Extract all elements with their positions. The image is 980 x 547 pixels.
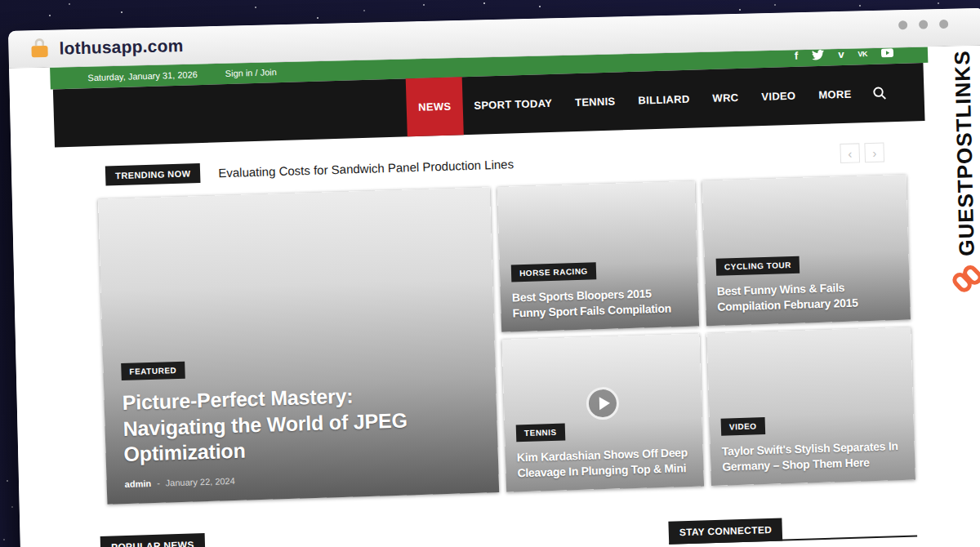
category-badge-tennis[interactable]: TENNIS	[516, 424, 565, 442]
guestpostlinks-watermark: GUESTPOSTLINKS	[949, 50, 979, 256]
vimeo-icon[interactable]: v	[838, 48, 844, 60]
article-author[interactable]: admin	[125, 478, 152, 489]
address-bar-url[interactable]: lothusapp.com	[59, 27, 184, 67]
article-title[interactable]: Taylor Swift's Stylish Separates In Germ…	[722, 438, 901, 474]
article-card[interactable]: CYCLING TOUR Best Funny Wins & Fails Com…	[702, 175, 911, 327]
trending-now-badge: TRENDING NOW	[105, 163, 201, 186]
featured-grid: FEATURED Picture-Perfect Mastery: Naviga…	[98, 175, 915, 505]
social-links: f v VK	[795, 47, 893, 62]
window-controls[interactable]	[898, 20, 948, 29]
nav-item-more[interactable]: MORE	[806, 64, 863, 124]
popular-news-badge: POPULAR NEWS	[100, 533, 205, 547]
nav-item-tennis[interactable]: TENNIS	[563, 72, 628, 131]
play-icon[interactable]	[586, 387, 619, 420]
category-badge-featured[interactable]: FEATURED	[121, 361, 185, 380]
lower-sections: POPULAR NEWS STAY CONNECTED	[109, 514, 918, 547]
nav-item-wrc[interactable]: WRC	[700, 68, 751, 127]
twitter-icon[interactable]	[812, 49, 824, 60]
mockup-stage: lothusapp.com Saturday, January 31, 2026…	[0, 0, 980, 547]
video-article-card[interactable]: TENNIS Kim Kardashian Shows Off Deep Cle…	[501, 333, 704, 491]
chevron-right-icon[interactable]: ›	[864, 142, 884, 162]
youtube-icon[interactable]	[881, 47, 893, 59]
article-date: January 22, 2024	[166, 476, 235, 488]
vk-icon[interactable]: VK	[858, 48, 867, 60]
article-card[interactable]: VIDEO Taylor Swift's Stylish Separates I…	[706, 327, 915, 487]
article-card[interactable]: HORSE RACING Best Sports Bloopers 2015 F…	[497, 181, 699, 332]
content-container: TRENDING NOW Evaluating Costs for Sandwi…	[97, 142, 918, 547]
search-icon[interactable]	[862, 64, 890, 122]
trending-pager: ‹ ›	[840, 142, 884, 163]
nav-item-video[interactable]: VIDEO	[749, 66, 808, 126]
trending-headline[interactable]: Evaluating Costs for Sandwich Panel Prod…	[218, 157, 514, 180]
category-badge-video[interactable]: VIDEO	[721, 417, 765, 436]
window-control-dot[interactable]	[898, 20, 907, 29]
window-control-dot[interactable]	[919, 20, 928, 29]
category-badge-horse-racing[interactable]: HORSE RACING	[511, 262, 596, 282]
signin-link[interactable]: Sign in / Join	[225, 67, 277, 78]
nav-item-sport-today[interactable]: SPORT TODAY	[461, 73, 564, 135]
article-meta: admin - January 22, 2024	[125, 468, 499, 489]
nav-item-billiard[interactable]: BILLIARD	[626, 69, 702, 130]
nav-item-news[interactable]: NEWS	[406, 77, 463, 136]
category-badge-cycling-tour[interactable]: CYCLING TOUR	[716, 256, 800, 276]
window-control-dot[interactable]	[939, 20, 948, 29]
article-title[interactable]: Picture-Perfect Mastery: Navigating the …	[122, 380, 444, 468]
chain-link-icon	[951, 262, 980, 299]
site-viewport: Saturday, January 31, 2026 Sign in / Joi…	[9, 47, 951, 547]
meta-separator: -	[157, 478, 160, 488]
stay-connected-header: STAY CONNECTED	[668, 514, 917, 544]
stay-connected-badge: STAY CONNECTED	[668, 518, 782, 544]
chevron-left-icon[interactable]: ‹	[840, 143, 860, 163]
lock-icon	[31, 38, 48, 57]
featured-article-card[interactable]: FEATURED Picture-Perfect Mastery: Naviga…	[98, 187, 499, 504]
popular-news-header: POPULAR NEWS	[100, 524, 493, 547]
star-field	[0, 0, 2, 2]
article-title[interactable]: Best Sports Bloopers 2015 Funny Sport Fa…	[512, 285, 680, 320]
topbar-date: Saturday, January 31, 2026	[87, 69, 198, 82]
article-title[interactable]: Best Funny Wins & Fails Compilation Febr…	[717, 278, 896, 314]
article-title[interactable]: Kim Kardashian Shows Off Deep Cleavage I…	[517, 445, 691, 480]
browser-window: lothusapp.com Saturday, January 31, 2026…	[8, 8, 980, 547]
site-page: Saturday, January 31, 2026 Sign in / Joi…	[9, 47, 951, 547]
facebook-icon[interactable]: f	[795, 50, 799, 61]
